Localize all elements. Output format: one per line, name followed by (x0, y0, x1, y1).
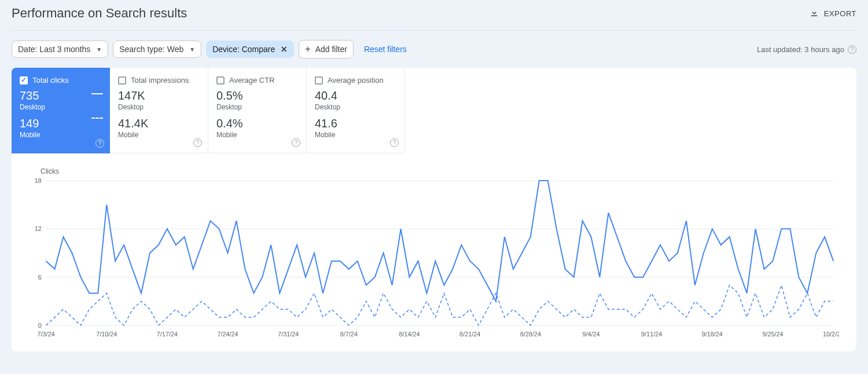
metric-sublabel-1: Desktop (216, 103, 298, 111)
metric-label: Total impressions (131, 76, 189, 85)
svg-text:8/7/24: 8/7/24 (340, 331, 358, 338)
caret-down-icon: ▼ (189, 46, 195, 53)
metric-checkbox[interactable] (216, 76, 225, 85)
svg-text:12: 12 (35, 225, 42, 232)
svg-text:8/28/24: 8/28/24 (520, 331, 541, 338)
help-icon[interactable]: ? (292, 138, 300, 147)
metric-value-2: 149 (20, 117, 102, 130)
filter-chip-search-type[interactable]: Search type: Web ▼ (113, 41, 201, 58)
legend-dashed-line-icon (91, 118, 103, 119)
filter-chip-date[interactable]: Date: Last 3 months ▼ (12, 41, 108, 58)
metric-sublabel-1: Desktop (315, 103, 396, 111)
svg-text:6: 6 (38, 274, 42, 281)
help-icon[interactable]: ? (390, 138, 399, 147)
filter-date-label: Date: Last 3 months (18, 45, 90, 54)
download-icon (809, 8, 819, 20)
metric-sublabel-1: Desktop (20, 103, 102, 111)
metric-tile-average-ctr[interactable]: Average CTR 0.5% Desktop 0.4% Mobile ? (208, 68, 307, 153)
svg-text:9/11/24: 9/11/24 (641, 331, 662, 338)
metric-checkbox[interactable] (20, 76, 28, 85)
add-filter-button[interactable]: + Add filter (299, 40, 354, 58)
help-icon[interactable]: ? (848, 45, 856, 54)
metric-value-1: 147K (118, 89, 200, 102)
metric-value-2: 0.4% (216, 117, 298, 130)
metric-label: Average position (328, 76, 384, 85)
legend-solid-line-icon (91, 93, 103, 94)
svg-text:7/17/24: 7/17/24 (157, 331, 178, 338)
metric-sublabel-2: Mobile (20, 131, 102, 139)
metric-value-1: 735 (20, 89, 102, 102)
metric-value-1: 0.5% (216, 89, 298, 102)
svg-text:8/14/24: 8/14/24 (399, 331, 420, 338)
svg-text:9/4/24: 9/4/24 (582, 331, 599, 338)
filter-chip-device[interactable]: Device: Compare ✕ (206, 41, 294, 58)
last-updated-text: Last updated: 3 hours ago (757, 45, 844, 54)
caret-down-icon: ▼ (96, 46, 102, 53)
metric-value-2: 41.6 (315, 117, 396, 130)
metric-tile-total-impressions[interactable]: Total impressions 147K Desktop 41.4K Mob… (110, 68, 208, 153)
export-button[interactable]: EXPORT (809, 8, 856, 20)
metric-row: Total clicks 735 Desktop 149 Mobile ? To… (12, 68, 856, 153)
svg-text:9/18/24: 9/18/24 (702, 331, 723, 338)
svg-text:18: 18 (35, 178, 42, 184)
svg-text:0: 0 (38, 322, 42, 329)
metric-checkbox[interactable] (118, 76, 126, 85)
metric-tile-average-position[interactable]: Average position 40.4 Desktop 41.6 Mobil… (307, 68, 405, 153)
svg-text:8/21/24: 8/21/24 (459, 331, 480, 338)
filter-device-label: Device: Compare (212, 45, 275, 54)
metric-sublabel-2: Mobile (216, 131, 298, 139)
metric-checkbox[interactable] (315, 76, 323, 85)
chart-y-axis-label: Clicks (41, 167, 839, 175)
chart-area: Clicks 0612187/3/247/10/247/17/247/24/24… (12, 153, 856, 351)
svg-text:7/10/24: 7/10/24 (96, 331, 117, 338)
svg-text:10/2/24: 10/2/24 (823, 331, 839, 338)
metric-sublabel-1: Desktop (118, 103, 200, 111)
help-icon[interactable]: ? (193, 138, 202, 147)
svg-text:9/25/24: 9/25/24 (762, 331, 783, 338)
clicks-line-chart: 0612187/3/247/10/247/17/247/24/247/31/24… (29, 178, 839, 340)
metric-label: Average CTR (229, 76, 275, 85)
help-icon[interactable]: ? (95, 139, 104, 148)
add-filter-label: Add filter (315, 45, 347, 54)
metric-tile-total-clicks[interactable]: Total clicks 735 Desktop 149 Mobile ? (12, 68, 110, 153)
plus-icon: + (305, 44, 310, 54)
metric-value-1: 40.4 (315, 89, 396, 102)
page-title: Performance on Search results (12, 6, 187, 21)
metric-sublabel-2: Mobile (315, 131, 396, 139)
svg-text:7/31/24: 7/31/24 (278, 331, 299, 338)
metric-sublabel-2: Mobile (118, 131, 200, 139)
metric-value-2: 41.4K (118, 117, 200, 130)
last-updated: Last updated: 3 hours ago ? (757, 45, 856, 54)
performance-card: Total clicks 735 Desktop 149 Mobile ? To… (12, 68, 856, 351)
close-icon[interactable]: ✕ (281, 45, 288, 54)
metric-label: Total clicks (32, 76, 69, 85)
filter-search-type-label: Search type: Web (119, 45, 183, 54)
svg-text:7/24/24: 7/24/24 (217, 331, 238, 338)
export-label: EXPORT (824, 9, 856, 18)
reset-filters-link[interactable]: Reset filters (364, 45, 407, 54)
svg-text:7/3/24: 7/3/24 (38, 331, 55, 338)
